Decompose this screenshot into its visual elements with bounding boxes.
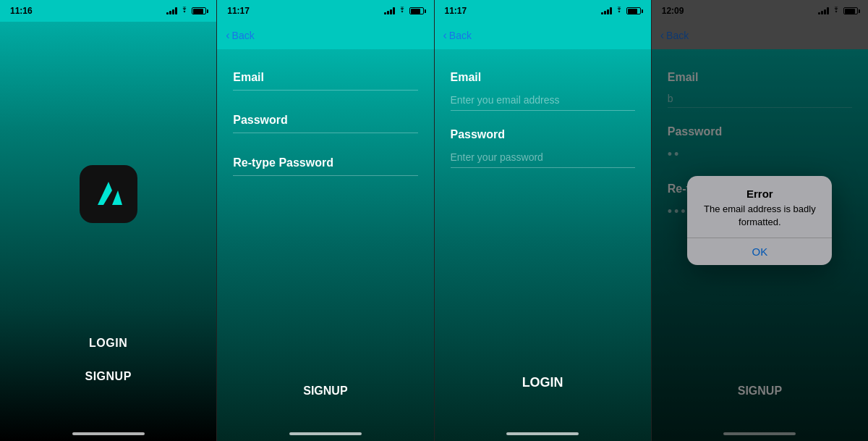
dialog-title: Error [687,188,832,203]
home-indicator-2 [217,427,433,441]
divider-1 [233,90,417,91]
dialog-overlay: Error The email address is badly formatt… [652,0,868,441]
dialog-message: The email address is badly formatted. [687,203,832,238]
home-buttons: LOGIN SIGNUP [85,337,131,398]
home-indicator-3 [435,427,651,441]
wifi-icon-1 [180,7,189,15]
login-button[interactable]: LOGIN [89,337,127,350]
battery-icon-3 [626,7,641,14]
battery-icon-2 [409,7,424,14]
status-time-1: 11:16 [10,6,33,16]
status-bar-2: 11:17 [217,0,433,22]
login-form: Email Password LOGIN [435,49,651,427]
status-bar-1: 11:16 [0,0,216,22]
svg-marker-1 [112,190,122,205]
status-icons-1 [166,7,206,15]
email-label-3: Email [451,71,635,84]
back-button-2[interactable]: ‹ Back [226,29,254,42]
home-content: LOGIN SIGNUP [0,22,216,427]
screen-2: 11:17 ‹ Back Email Password Re-type Pass… [217,0,433,441]
back-chevron-2: ‹ [226,29,229,42]
retype-label-2: Re-type Password [233,156,417,169]
back-label-2: Back [232,30,255,41]
status-icons-3 [601,7,641,15]
error-dialog: Error The email address is badly formatt… [687,176,832,265]
email-input-3[interactable] [451,90,635,111]
email-label-2: Email [233,71,417,84]
wifi-icon-3 [615,7,624,15]
wifi-icon-2 [398,7,407,15]
password-label-2: Password [233,114,417,127]
dialog-ok-button[interactable]: OK [687,238,832,265]
password-label-3: Password [451,128,635,141]
password-input-3[interactable] [451,147,635,168]
signal-icon-2 [384,7,395,14]
signup-form: Email Password Re-type Password SIGNUP [217,49,433,427]
home-bar-2 [289,432,362,435]
battery-icon-1 [192,7,206,14]
home-bar-3 [506,432,579,435]
divider-3 [233,175,417,176]
back-button-3[interactable]: ‹ Back [443,29,472,42]
home-indicator-1 [0,427,216,441]
status-icons-2 [384,7,424,15]
nav-bar-3: ‹ Back [435,22,651,49]
screen-3: 11:17 ‹ Back Email Password LOGIN [435,0,651,441]
screen-1: 11:16 LOGIN SIGNUP [0,0,216,441]
login-btn-3[interactable]: LOGIN [451,375,635,412]
nav-bar-2: ‹ Back [217,22,433,49]
signal-icon-1 [166,7,177,14]
signup-button[interactable]: SIGNUP [85,370,131,383]
logo-container [80,51,137,337]
divider-2 [233,133,417,133]
back-label-3: Back [449,30,472,41]
app-logo [80,165,137,223]
logo-svg [90,176,127,212]
signal-icon-3 [601,7,612,14]
screen-4: 12:09 ‹ Back Email b Password •• Re-ty •… [652,0,868,441]
svg-marker-0 [98,182,112,205]
signup-btn-2[interactable]: SIGNUP [233,385,417,412]
status-time-2: 11:17 [227,6,250,16]
back-chevron-3: ‹ [443,29,447,42]
status-bar-3: 11:17 [435,0,651,22]
status-time-3: 11:17 [445,6,467,16]
home-bar-1 [72,432,145,435]
